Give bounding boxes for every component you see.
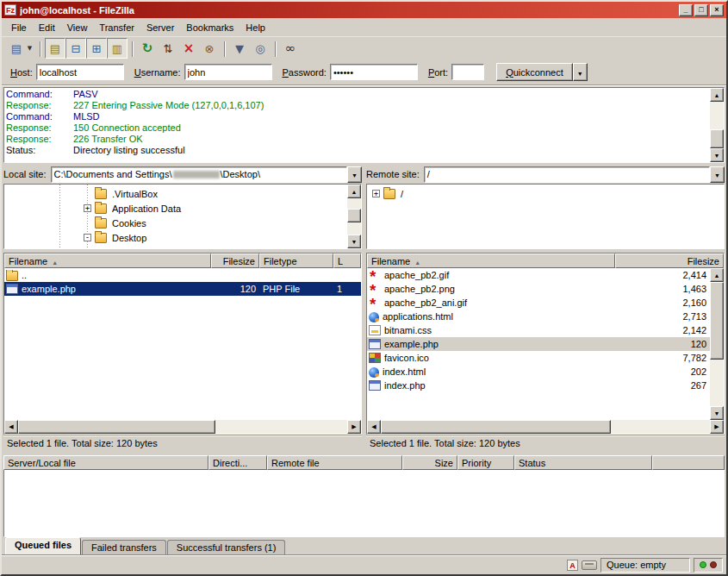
- scroll-up-button[interactable]: [710, 268, 724, 282]
- toggle-queue-icon[interactable]: ▥: [107, 38, 128, 59]
- refresh-icon[interactable]: ↻: [137, 38, 158, 59]
- disconnect-icon[interactable]: ⊗: [199, 38, 220, 59]
- column-header-filename[interactable]: Filename: [367, 254, 615, 268]
- column-header-priority[interactable]: Priority: [457, 455, 514, 470]
- redacted-username: [173, 171, 220, 178]
- scroll-track[interactable]: [347, 198, 361, 235]
- file-row[interactable]: apache_pb2_ani.gif 2,160: [367, 296, 710, 310]
- filter-icon[interactable]: ▼: [229, 38, 250, 59]
- tree-expander-icon[interactable]: +: [84, 204, 91, 212]
- file-row[interactable]: example.php 120 PHP File 1: [4, 282, 361, 296]
- scroll-thumb[interactable]: [710, 282, 724, 360]
- menu-item-file[interactable]: File: [5, 21, 33, 34]
- scroll-thumb[interactable]: [18, 420, 215, 434]
- tree-expander-icon[interactable]: -: [84, 234, 91, 241]
- menu-item-bookmarks[interactable]: Bookmarks: [180, 21, 240, 34]
- column-header-server-local-file[interactable]: Server/Local file: [3, 455, 208, 470]
- file-row[interactable]: favicon.ico 7,782: [367, 351, 710, 365]
- remote-list-scrollbar[interactable]: [710, 268, 724, 420]
- tab-failed-transfers[interactable]: Failed transfers: [82, 540, 166, 554]
- file-row[interactable]: ..: [4, 268, 361, 282]
- menu-item-edit[interactable]: Edit: [33, 21, 61, 34]
- close-button[interactable]: ×: [710, 4, 724, 16]
- scroll-down-button[interactable]: [710, 148, 724, 162]
- directory-tree-item[interactable]: Cookies: [4, 216, 347, 230]
- scroll-left-button[interactable]: [4, 420, 18, 434]
- scroll-right-button[interactable]: [710, 420, 724, 434]
- process-queue-icon[interactable]: ⇅: [158, 38, 178, 59]
- cancel-operation-icon[interactable]: ×: [178, 38, 199, 59]
- encryption-status-icon[interactable]: [582, 560, 597, 570]
- find-files-icon[interactable]: ∞: [280, 38, 301, 59]
- file-row[interactable]: bitnami.css 2,142: [367, 323, 710, 337]
- column-header-direction[interactable]: Directi...: [208, 455, 267, 470]
- scroll-track[interactable]: [710, 282, 724, 406]
- log-scrollbar[interactable]: [710, 88, 724, 162]
- scroll-right-button[interactable]: [347, 420, 361, 434]
- local-site-dropdown-icon[interactable]: [347, 166, 362, 183]
- scroll-thumb[interactable]: [347, 209, 361, 222]
- menu-item-help[interactable]: Help: [240, 21, 271, 34]
- menu-item-view[interactable]: View: [61, 21, 94, 34]
- remote-site-dropdown-icon[interactable]: [710, 166, 725, 183]
- tree-scrollbar[interactable]: [347, 185, 361, 248]
- toggle-local-tree-icon[interactable]: ⊟: [65, 38, 86, 59]
- column-header-filename[interactable]: Filename: [4, 254, 211, 268]
- toggle-message-log-icon[interactable]: ▤: [45, 38, 65, 59]
- menu-item-server[interactable]: Server: [140, 21, 180, 34]
- scroll-track[interactable]: [381, 420, 710, 434]
- column-header-last-modified[interactable]: L: [333, 254, 361, 268]
- minimize-button[interactable]: _: [679, 4, 693, 16]
- local-site-combo[interactable]: C:\Documents and Settings\\Desktop\: [51, 166, 347, 183]
- scroll-down-button[interactable]: [347, 235, 361, 248]
- filename: index.php: [384, 380, 426, 391]
- quickconnect-button[interactable]: Quickconnect: [496, 63, 573, 81]
- scroll-up-button[interactable]: [710, 88, 724, 102]
- file-row[interactable]: apache_pb2.gif 2,414: [367, 268, 710, 282]
- titlebar[interactable]: Fz john@localhost - FileZilla _ □ ×: [2, 2, 726, 18]
- scroll-thumb[interactable]: [381, 420, 611, 434]
- quickconnect-dropdown-icon[interactable]: [573, 63, 588, 81]
- file-row[interactable]: example.php 120: [367, 337, 710, 351]
- file-row[interactable]: applications.html 2,713: [367, 310, 710, 323]
- password-input[interactable]: [330, 64, 418, 80]
- scroll-thumb[interactable]: [710, 129, 724, 148]
- directory-tree-item[interactable]: .VirtualBox: [4, 186, 347, 201]
- scroll-up-button[interactable]: [347, 185, 361, 198]
- scroll-track[interactable]: [710, 102, 724, 148]
- tab-queued-files[interactable]: Queued files: [5, 537, 81, 554]
- remote-pane: Remote site: / + / F: [366, 165, 725, 451]
- directory-tree-item[interactable]: + /: [367, 186, 724, 201]
- toggle-remote-tree-icon[interactable]: ⊞: [86, 38, 107, 59]
- file-row[interactable]: index.php 267: [367, 379, 710, 392]
- column-header-filetype[interactable]: Filetype: [259, 254, 333, 268]
- tree-expander-icon[interactable]: +: [372, 190, 380, 197]
- column-header-status[interactable]: Status: [514, 455, 652, 470]
- data-type-icon[interactable]: [567, 560, 578, 571]
- local-list-hscrollbar[interactable]: [4, 420, 361, 434]
- scroll-down-button[interactable]: [710, 406, 724, 420]
- menu-item-transfer[interactable]: Transfer: [93, 21, 140, 34]
- site-manager-dropdown-icon[interactable]: ▼: [24, 38, 35, 59]
- remote-site-label: Remote site:: [366, 169, 420, 179]
- scroll-left-button[interactable]: [367, 420, 381, 434]
- host-input[interactable]: [36, 64, 124, 80]
- file-row[interactable]: index.html 202: [367, 365, 710, 379]
- column-header-size[interactable]: Size: [402, 455, 457, 470]
- tab-successful-transfers[interactable]: Successful transfers (1): [167, 540, 286, 554]
- column-header-filesize[interactable]: Filesize: [211, 254, 259, 268]
- column-header-remote-file[interactable]: Remote file: [267, 455, 402, 470]
- remote-site-combo[interactable]: /: [424, 166, 710, 183]
- compare-directories-icon[interactable]: ◎: [250, 38, 271, 59]
- username-input[interactable]: [184, 64, 272, 80]
- scroll-track[interactable]: [18, 420, 347, 434]
- port-input[interactable]: [451, 64, 484, 80]
- remote-list-hscrollbar[interactable]: [367, 420, 724, 434]
- maximize-button[interactable]: □: [694, 4, 708, 16]
- message-log-panel: Command: PASV Response: 227 Entering Pas…: [3, 87, 725, 163]
- file-row[interactable]: apache_pb2.png 1,463: [367, 282, 710, 296]
- directory-tree-item[interactable]: - Desktop: [4, 230, 347, 245]
- directory-tree-item[interactable]: + Application Data: [4, 201, 347, 216]
- host-label: Host:: [10, 67, 33, 78]
- column-header-filesize[interactable]: Filesize: [615, 254, 724, 268]
